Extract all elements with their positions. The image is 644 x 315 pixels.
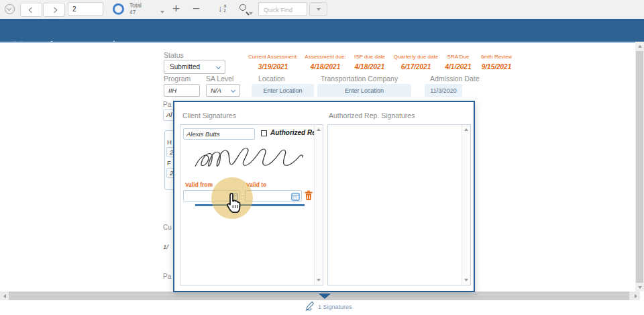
top-toolbar: 2 Total 47 + − ↓ a z xyxy=(0,0,644,19)
clipped-text: 1/ xyxy=(163,243,168,251)
page-number-input[interactable]: 2 xyxy=(68,2,103,16)
chevron-left-icon xyxy=(28,7,34,12)
authorized-signatures-label: Authorized Rep. Signatures xyxy=(329,111,415,120)
clipped-text: H xyxy=(167,138,172,146)
scroll-down-icon[interactable] xyxy=(317,279,321,281)
action-toolbar: Close Sign View Audit xyxy=(0,19,644,42)
authorized-rep-checkbox-label: Authorized Rep xyxy=(270,129,320,136)
status-select[interactable]: Submitted xyxy=(164,60,225,74)
due-date-value: 9/15/2021 xyxy=(475,63,518,71)
caret-down-icon[interactable] xyxy=(160,11,164,13)
authorized-signatures-panel xyxy=(327,124,471,285)
due-date-col: Current Assessment: 3/19/2021 xyxy=(243,54,303,71)
scroll-up-icon[interactable] xyxy=(317,128,321,131)
due-date-col: Assessment due: 4/18/2021 xyxy=(301,54,350,71)
scroll-down-icon[interactable] xyxy=(464,279,468,281)
due-date-col: SRA Due 4/1/2021 xyxy=(441,54,475,71)
next-record-button[interactable] xyxy=(43,3,65,17)
cursor-hand-icon xyxy=(225,192,242,214)
due-date-label: Quarterly due date xyxy=(388,54,444,60)
caret-down-icon xyxy=(317,8,321,11)
admission-date-button[interactable]: 11/3/2020 xyxy=(425,84,462,97)
status-value: Submitted xyxy=(170,63,200,71)
sa-level-value: N/A xyxy=(211,87,221,94)
scroll-down-button[interactable] xyxy=(635,283,644,291)
due-date-value: 6/17/2021 xyxy=(388,63,444,71)
trash-icon[interactable] xyxy=(305,190,313,201)
program-label: Program xyxy=(164,75,191,83)
scroll-right-button[interactable] xyxy=(631,291,640,300)
pen-sign-icon xyxy=(304,301,315,312)
vertical-scrollbar-thumb[interactable] xyxy=(636,51,643,283)
admission-date-label: Admission Date xyxy=(430,75,480,83)
search-icon[interactable] xyxy=(239,4,246,11)
clipped-label: Pa xyxy=(163,101,171,108)
clipped-text: F xyxy=(167,159,171,167)
authorized-rep-checkbox[interactable] xyxy=(261,130,267,136)
app-window: 2 Total 47 + − ↓ a z Close xyxy=(0,0,644,315)
prev-record-button[interactable] xyxy=(20,3,42,17)
due-date-value: 4/18/2021 xyxy=(349,63,390,71)
due-date-col: 6mth Review 9/15/2021 xyxy=(475,54,518,71)
total-counter: Total 47 xyxy=(129,2,142,15)
due-date-value: 4/1/2021 xyxy=(441,63,475,71)
valid-from-label: Valid from xyxy=(185,181,213,188)
client-signatures-label: Client Signatures xyxy=(182,111,236,120)
quick-find-container xyxy=(258,2,307,16)
due-date-label: SRA Due xyxy=(441,54,475,60)
client-signatures-panel: Alexis Butts Authorized Rep Valid from V… xyxy=(180,124,323,285)
location-label: Location xyxy=(258,75,285,83)
sa-level-label: SA Level xyxy=(206,75,233,83)
zoom-in-button[interactable]: + xyxy=(172,2,180,15)
progress-ring-icon xyxy=(113,3,124,15)
signatures-dialog: Client Signatures Authorized Rep. Signat… xyxy=(173,101,475,292)
quick-find-dropdown-button[interactable] xyxy=(309,2,327,16)
total-count: 47 xyxy=(129,9,142,15)
due-date-label: ISP due date xyxy=(349,54,390,60)
chevron-right-icon xyxy=(51,7,56,12)
valid-to-input[interactable] xyxy=(245,190,302,201)
chevron-down-icon xyxy=(216,64,221,69)
status-label: Status xyxy=(164,51,184,59)
vertical-scrollbar[interactable] xyxy=(635,42,644,291)
due-date-value: 4/18/2021 xyxy=(301,63,350,71)
due-date-col: Quarterly due date 6/17/2021 xyxy=(388,54,444,71)
collapse-circle-icon[interactable] xyxy=(5,4,15,14)
scroll-up-icon[interactable] xyxy=(464,128,468,131)
quick-find-input[interactable] xyxy=(259,4,307,17)
panel-scrollbar[interactable] xyxy=(462,125,470,285)
due-date-label: 6mth Review xyxy=(475,54,518,60)
clipped-label: Pa xyxy=(163,273,171,280)
signer-name-input[interactable]: Alexis Butts xyxy=(183,128,255,140)
sort-arrow-icon: ↓ xyxy=(218,3,223,14)
location-button[interactable]: Enter Location xyxy=(252,84,314,97)
total-label: Total xyxy=(129,2,142,9)
chevron-down-icon xyxy=(231,88,235,93)
dialog-collapse-arrow[interactable] xyxy=(319,294,331,299)
due-date-value: 3/19/2021 xyxy=(243,63,303,71)
search-caret-icon[interactable] xyxy=(249,12,253,15)
sort-button[interactable]: ↓ a z xyxy=(218,3,226,14)
calendar-icon[interactable] xyxy=(291,192,300,201)
scroll-left-button[interactable] xyxy=(0,291,9,300)
sa-level-select[interactable]: N/A xyxy=(206,84,240,97)
sort-az-icon: a z xyxy=(224,3,227,14)
due-date-col: ISP due date 4/18/2021 xyxy=(349,54,390,71)
clipped-label: Cu xyxy=(163,224,172,231)
program-input[interactable]: IIH xyxy=(164,84,200,97)
signatures-count[interactable]: 1 Signatures xyxy=(318,304,352,310)
zoom-out-button[interactable]: − xyxy=(193,2,200,15)
due-date-label: Current Assessment: xyxy=(243,54,303,60)
due-date-label: Assessment due: xyxy=(301,54,350,60)
transportation-button[interactable]: Enter Location xyxy=(317,84,411,97)
transportation-label: Transportation Company xyxy=(321,75,398,83)
signature-stroke xyxy=(191,144,307,171)
scroll-up-button[interactable] xyxy=(635,42,644,50)
panel-scrollbar[interactable] xyxy=(314,125,323,285)
